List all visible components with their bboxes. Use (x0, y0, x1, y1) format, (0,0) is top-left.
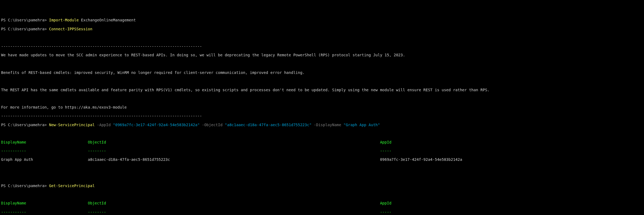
val-displayname: "Graph App Auth" (343, 123, 380, 127)
table-header-underline: ----------- -------- ----- (1, 210, 643, 214)
blank (1, 61, 643, 66)
col-appid: ----- (380, 149, 391, 153)
blank (1, 192, 643, 197)
col-displayname: DisplayName (1, 201, 88, 205)
cmdlet-new-sp: New-ServicePrincipal (49, 123, 95, 127)
table-row: Graph App Auth a8c1aaec-d18a-47fa-aec5-8… (1, 157, 643, 162)
cmdlet-connect-ipps: Connect-IPPSSession (49, 27, 92, 31)
cmd-line-1[interactable]: PS C:\Users\pamehra> Import-Module Excha… (1, 18, 643, 22)
blank (1, 131, 643, 136)
module-arg: ExchangeOnlineManagement (81, 18, 136, 22)
col-displayname: DisplayName (1, 140, 88, 144)
prompt: PS C:\Users\pamehra> (1, 27, 49, 31)
banner-line: For more information, go to https://aka.… (1, 105, 643, 109)
val-appid: "0969a7fc-3e17-424f-92a4-54e583b2142a" (113, 123, 200, 127)
cmd-line-4[interactable]: PS C:\Users\pamehra> Get-ServicePrincipa… (1, 184, 643, 188)
col-appid: AppId (380, 201, 391, 205)
col-objectid: -------- (88, 149, 380, 153)
prompt: PS C:\Users\pamehra> (1, 123, 49, 127)
val-objectid: "a8c1aaec-d18a-47fa-aec5-8651d755223c" (225, 123, 311, 127)
col-objectid: -------- (88, 210, 380, 214)
cmd-line-2[interactable]: PS C:\Users\pamehra> Connect-IPPSSession (1, 27, 643, 31)
banner-line: The REST API has the same cmdlets availa… (1, 88, 643, 92)
cmd-line-3[interactable]: PS C:\Users\pamehra> New-ServicePrincipa… (1, 123, 643, 127)
banner-line: Benefits of REST-based cmdlets: improved… (1, 70, 643, 75)
prompt: PS C:\Users\pamehra> (1, 18, 49, 22)
prompt: PS C:\Users\pamehra> (1, 184, 49, 188)
col-objectid: ObjectId (88, 201, 380, 205)
col-displayname: ----------- (1, 210, 88, 214)
col-displayname: ----------- (1, 149, 88, 153)
cmdlet-get-sp: Get-ServicePrincipal (49, 184, 95, 188)
col-objectid: ObjectId (88, 140, 380, 144)
banner-line: We have made updates to move the SCC adm… (1, 53, 643, 57)
param-appid: -AppId (95, 123, 113, 127)
table-header: DisplayName ObjectId AppId (1, 201, 643, 205)
separator: ----------------------------------------… (1, 44, 643, 48)
blank (1, 79, 643, 83)
blank (1, 96, 643, 101)
col-appid: AppId (380, 140, 391, 144)
blank (1, 175, 643, 179)
cmdlet-import-module: Import-Module (49, 18, 79, 22)
table-header: DisplayName ObjectId AppId (1, 140, 643, 144)
param-objectid: -ObjectId (200, 123, 225, 127)
blank (1, 35, 643, 40)
blank (1, 166, 643, 171)
separator: ----------------------------------------… (1, 114, 643, 118)
table-header-underline: ----------- -------- ----- (1, 149, 643, 153)
col-appid: ----- (380, 210, 391, 214)
param-displayname: -DisplayName (311, 123, 343, 127)
